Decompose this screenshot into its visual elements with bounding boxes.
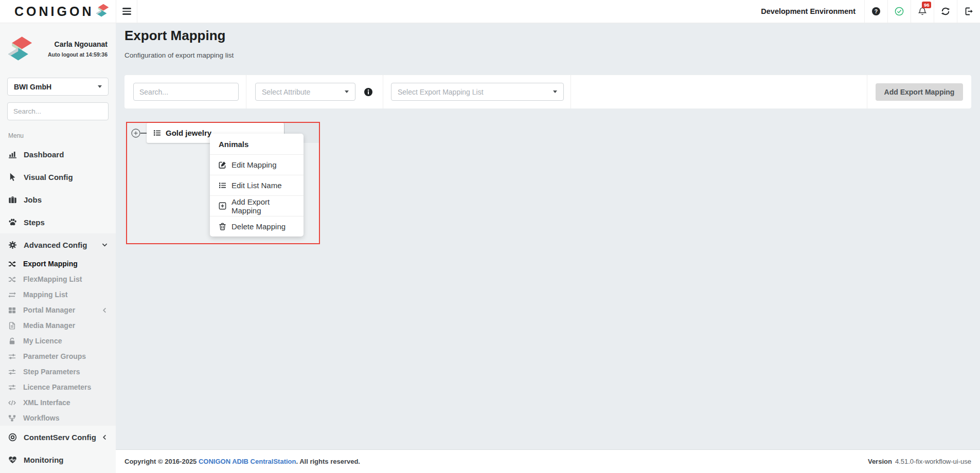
sidebar-item-licence-parameters[interactable]: Licence Parameters <box>0 379 116 395</box>
sidebar-item-media-manager[interactable]: Media Manager <box>0 318 116 333</box>
sidebar-item-workflows[interactable]: Workflows <box>0 410 116 426</box>
sidebar-item-my-licence[interactable]: My Licence <box>0 333 116 349</box>
check-circle-icon <box>895 7 904 16</box>
context-menu-delete-mapping[interactable]: Delete Mapping <box>210 216 304 236</box>
chevron-left-icon <box>102 307 108 313</box>
file-icon <box>8 322 16 330</box>
cursor-icon <box>8 173 17 181</box>
list-icon <box>153 129 161 137</box>
mapping-context-menu: Animals Edit Mapping <box>210 134 304 236</box>
version-info: Version 4.51.0-fix-workflow-ui-use <box>868 458 971 465</box>
sidebar-item-contentserv-config[interactable]: ContentServ Config <box>0 426 116 448</box>
context-menu-add-export-mapping[interactable]: Add Export Mapping <box>210 195 304 216</box>
sidebar-item-visual-config[interactable]: Visual Config <box>0 166 116 188</box>
context-menu-edit-list-name[interactable]: Edit List Name <box>210 175 304 195</box>
help-button[interactable]: ? <box>864 0 887 23</box>
attribute-select-placeholder: Select Attribute <box>262 88 310 96</box>
sidebar-item-step-parameters[interactable]: Step Parameters <box>0 364 116 379</box>
sidebar-toggle-button[interactable] <box>116 0 137 23</box>
chevron-down-icon <box>102 242 108 248</box>
sliders-icon <box>8 368 16 376</box>
sidebar-search <box>7 102 109 120</box>
paw-icon <box>8 218 17 227</box>
sidebar-item-monitoring[interactable]: Monitoring <box>0 448 116 471</box>
main-area: Export Mapping Configuration of export m… <box>116 23 980 473</box>
export-mapping-panel: Gold jewelry Animals Edit Mapping <box>126 122 320 244</box>
user-block: Carla Ngouanat Auto logout at 14:59:36 <box>0 23 116 65</box>
chevron-left-icon <box>102 434 108 440</box>
company-select[interactable]: BWI GmbH <box>7 78 109 96</box>
gear-icon <box>8 241 17 249</box>
export-mapping-list-placeholder: Select Export Mapping List <box>398 88 484 96</box>
context-menu-header: Animals <box>210 134 304 154</box>
double-circle-icon <box>8 433 17 442</box>
edit-icon <box>219 161 226 169</box>
sidebar-item-xml-interface[interactable]: XML Interface <box>0 395 116 410</box>
trash-icon <box>219 223 226 230</box>
tab-label: Gold jewelry <box>166 129 211 137</box>
version-label: Version <box>868 458 892 465</box>
app-window: CONIGON Development Environment ? <box>0 0 980 473</box>
sidebar-item-parameter-groups[interactable]: Parameter Groups <box>0 349 116 364</box>
auto-logout-timer: Auto logout at 14:59:36 <box>48 51 108 58</box>
add-export-mapping-button[interactable]: Add Export Mapping <box>876 83 963 101</box>
question-circle-icon: ? <box>871 7 881 16</box>
sidebar-item-jobs[interactable]: Jobs <box>0 188 116 211</box>
caret-down-icon <box>345 90 349 93</box>
refresh-button[interactable] <box>934 0 957 23</box>
sidebar-item-mapping-list[interactable]: Mapping List <box>0 287 116 302</box>
mapping-search-field <box>133 83 239 101</box>
brand-diamond-icon <box>96 4 109 19</box>
bell-icon <box>918 7 927 16</box>
status-button[interactable] <box>887 0 911 23</box>
sidebar-item-flexmapping-list[interactable]: FlexMapping List <box>0 271 116 287</box>
filter-bar-spacer <box>571 75 867 108</box>
export-mapping-list-select[interactable]: Select Export Mapping List <box>391 83 564 101</box>
page-subtitle: Configuration of export mapping list <box>124 51 971 59</box>
exchange-icon <box>8 291 16 299</box>
footer: Copyright © 2016-2025 CONIGON ADIB Centr… <box>116 449 980 473</box>
heartbeat-icon <box>8 456 17 464</box>
filter-bar: Select Attribute Select Export Mapping L… <box>124 75 971 108</box>
attribute-select[interactable]: Select Attribute <box>255 83 355 101</box>
sidebar-item-export-mapping[interactable]: Export Mapping <box>0 256 116 271</box>
grid-icon <box>8 306 16 314</box>
sidebar-nav: Dashboard Visual Config Jobs <box>0 143 116 471</box>
sitemap-icon <box>8 414 16 422</box>
unlock-icon <box>8 337 16 345</box>
add-mapping-node[interactable] <box>131 129 147 138</box>
company-select-value: BWI GmbH <box>14 83 51 91</box>
caret-down-icon <box>98 85 102 88</box>
chart-bar-icon <box>8 150 17 159</box>
briefcase-icon <box>8 195 17 204</box>
advanced-config-section: Advanced Config Export Mapping <box>0 233 116 426</box>
sync-icon <box>941 7 950 16</box>
context-menu-edit-mapping[interactable]: Edit Mapping <box>210 154 304 175</box>
svg-text:?: ? <box>875 8 878 14</box>
mapping-search-input[interactable] <box>139 88 233 96</box>
page-title: Export Mapping <box>124 28 971 44</box>
hamburger-icon <box>122 8 131 9</box>
sidebar-item-portal-manager[interactable]: Portal Manager <box>0 302 116 318</box>
sidebar-search-input[interactable] <box>13 107 104 115</box>
notification-badge: 96 <box>922 2 931 8</box>
notifications-button[interactable]: 96 <box>911 0 934 23</box>
sliders-icon <box>8 353 16 360</box>
avatar <box>7 36 33 65</box>
logout-button[interactable] <box>957 0 980 23</box>
shuffle-icon <box>8 260 16 268</box>
sign-out-icon <box>964 7 973 16</box>
brand-logo[interactable]: CONIGON <box>0 0 116 23</box>
topbar-right: Development Environment ? 9 <box>761 0 980 23</box>
info-icon[interactable] <box>364 87 373 97</box>
sidebar-item-dashboard[interactable]: Dashboard <box>0 143 116 166</box>
main-content: Export Mapping Configuration of export m… <box>116 23 980 449</box>
connector-line <box>140 133 147 134</box>
code-icon <box>8 399 16 407</box>
user-name: Carla Ngouanat <box>48 40 108 48</box>
sidebar-item-steps[interactable]: Steps <box>0 211 116 233</box>
topbar: CONIGON Development Environment ? <box>0 0 980 23</box>
environment-label: Development Environment <box>761 0 864 23</box>
sidebar-item-advanced-config[interactable]: Advanced Config <box>0 233 116 256</box>
centralstation-link[interactable]: CONIGON ADIB CentralStation <box>199 458 296 465</box>
